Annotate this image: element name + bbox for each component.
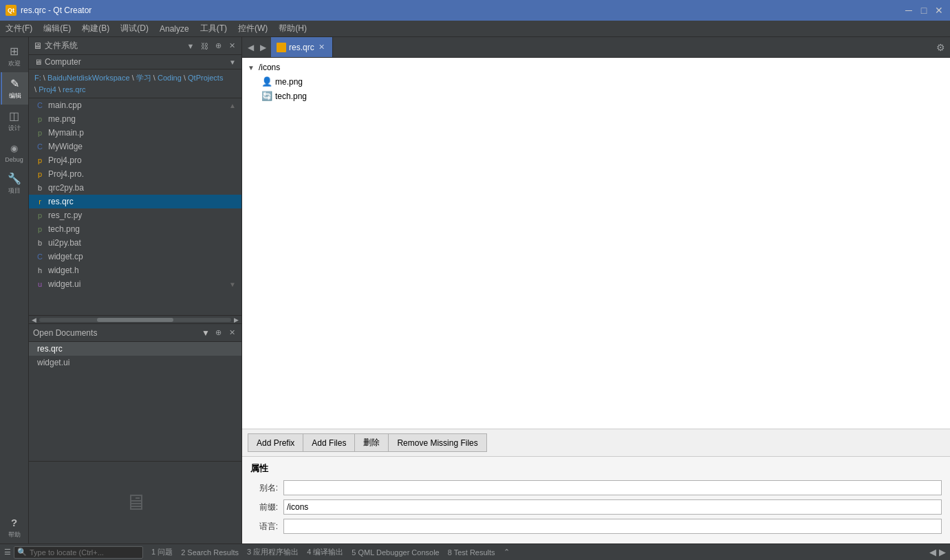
bc-qtprojects[interactable]: QtProjects <box>188 74 223 82</box>
scrollbar-thumb[interactable] <box>97 318 174 322</box>
sidebar-item-edit[interactable]: ✎ 编辑 <box>1 72 28 105</box>
tree-item-proj4pro[interactable]: p Proj4.pro <box>29 153 241 167</box>
sidebar-label-edit: 编辑 <box>9 91 21 100</box>
remove-missing-button[interactable]: Remove Missing Files <box>389 433 486 452</box>
sync-btn[interactable]: ⊕ <box>213 41 224 52</box>
tree-item-proj4pro2[interactable]: p Proj4.pro. <box>29 167 241 181</box>
cpp-icon: C <box>34 100 45 111</box>
open-docs-add[interactable]: ⊕ <box>213 327 224 338</box>
tree-item-res-rc-py[interactable]: p res_rc.py <box>29 208 241 222</box>
sidebar-label-project: 项目 <box>8 186 21 195</box>
prefix-label: 前缀: <box>250 502 278 513</box>
tab-next-btn[interactable]: ▶ <box>257 42 268 53</box>
bc-proj4[interactable]: Proj4 <box>39 85 56 94</box>
status-expand-btn[interactable]: ⌃ <box>504 548 510 557</box>
status-right-btn1[interactable]: ◀ <box>929 547 936 557</box>
tree-item-me-png[interactable]: p me.png <box>29 112 241 126</box>
content-area: ◀ ▶ r res.qrc ✕ ⚙ ▼ /icons 👤 <box>242 37 950 543</box>
scroll-left-btn[interactable]: ◀ <box>32 316 36 323</box>
sidebar-label-debug: Debug <box>5 156 23 163</box>
qrc-file-tech-png[interactable]: 🔄 tech.png <box>242 89 950 103</box>
minimize-button[interactable]: ─ <box>903 5 914 16</box>
maximize-button[interactable]: □ <box>918 5 929 16</box>
window-title: res.qrc - Qt Creator <box>21 6 903 15</box>
sidebar-item-debug[interactable]: ◉ Debug <box>1 137 28 167</box>
menu-edit[interactable]: 编辑(E) <box>38 21 76 36</box>
file-label: me.png <box>275 77 303 87</box>
tree-item-mymain[interactable]: p Mymain.p <box>29 126 241 140</box>
menu-build[interactable]: 构建(B) <box>76 21 115 36</box>
computer-dropdown[interactable]: ▼ <box>229 58 236 66</box>
computer-text: Computer <box>45 57 81 67</box>
bc-coding[interactable]: Coding <box>158 74 182 82</box>
menu-debug[interactable]: 调试(D) <box>115 21 154 36</box>
search-input[interactable] <box>30 548 140 557</box>
tree-item-widget-ui[interactable]: u widget.ui ▼ <box>29 277 241 291</box>
menu-help[interactable]: 帮助(H) <box>273 21 312 36</box>
status-search-results[interactable]: 2 Search Results <box>181 548 239 557</box>
bc-f[interactable]: F: <box>34 74 41 82</box>
computer-label[interactable]: 🖥 Computer ▼ <box>29 55 241 69</box>
status-right-btn2[interactable]: ▶ <box>939 547 946 557</box>
tree-item-res-qrc[interactable]: r res.qrc <box>29 195 241 208</box>
alias-input[interactable] <box>283 480 942 495</box>
add-files-button[interactable]: Add Files <box>303 433 355 452</box>
add-prefix-button[interactable]: Add Prefix <box>248 433 303 452</box>
language-input[interactable] <box>283 519 942 534</box>
status-test-results[interactable]: 8 Test Results <box>448 548 495 557</box>
scroll-right-btn[interactable]: ▶ <box>234 316 239 323</box>
menu-tools[interactable]: 工具(T) <box>195 21 233 36</box>
tab-res-qrc[interactable]: r res.qrc ✕ <box>271 37 333 57</box>
open-doc-widget-ui[interactable]: widget.ui <box>29 356 241 369</box>
bc-resqrc[interactable]: res.qrc <box>63 85 86 94</box>
delete-button[interactable]: 删除 <box>355 433 389 452</box>
bc-study[interactable]: 学习 <box>136 74 151 82</box>
language-row: 语言: <box>250 519 942 534</box>
tree-item-widget-cp[interactable]: C widget.cp <box>29 250 241 263</box>
bottom-area: 🖥 <box>29 461 241 543</box>
status-qml-debugger[interactable]: 5 QML Debugger Console <box>352 548 439 557</box>
scrollbar-track[interactable] <box>39 318 231 322</box>
computer-icon: 🖥 <box>33 41 42 51</box>
qrc-editor: ▼ /icons 👤 me.png 🔄 tech.png Add Prefix … <box>242 58 950 543</box>
doc-name: res.qrc <box>37 344 63 354</box>
status-issues[interactable]: 1 问题 <box>151 547 173 557</box>
sidebar-item-welcome[interactable]: ⊞ 欢迎 <box>1 40 28 72</box>
open-doc-res-qrc[interactable]: res.qrc <box>29 342 241 356</box>
status-compile-output[interactable]: 4 编译输出 <box>307 547 343 557</box>
link-btn[interactable]: ⛓ <box>199 41 210 52</box>
project-icon: 🔧 <box>8 171 21 185</box>
filename: widget.h <box>48 266 79 275</box>
tree-item-main-cpp[interactable]: C main.cpp ▲ <box>29 98 241 112</box>
sidebar-item-help[interactable]: ? 帮助 <box>1 511 28 543</box>
status-bar: ☰ 🔍 1 问题 2 Search Results 3 应用程序输出 4 编译输… <box>0 543 950 560</box>
menu-analyze[interactable]: Analyze <box>154 21 195 36</box>
tab-settings-btn[interactable]: ⚙ <box>933 41 947 54</box>
open-docs-close[interactable]: ✕ <box>226 327 237 338</box>
tree-item-widget-h[interactable]: h widget.h <box>29 263 241 277</box>
bc-baidudisk[interactable]: BaiduNetdiskWorkspace <box>47 74 130 82</box>
qrc-file-me-png[interactable]: 👤 me.png <box>242 74 950 89</box>
tree-item-tech-png[interactable]: p tech.png <box>29 222 241 236</box>
tab-close-btn[interactable]: ✕ <box>317 43 327 52</box>
tree-item-ui2py[interactable]: b ui2py.bat <box>29 236 241 250</box>
sidebar-item-project[interactable]: 🔧 项目 <box>1 167 28 200</box>
filename: main.cpp <box>48 100 82 110</box>
collapse-btn[interactable]: ✕ <box>226 41 237 52</box>
status-search[interactable]: 🔍 <box>14 546 143 559</box>
menu-file[interactable]: 文件(F) <box>0 21 38 36</box>
filter-btn[interactable]: ▼ <box>185 41 196 52</box>
sidebar-item-design[interactable]: ◫ 设计 <box>1 105 28 137</box>
prefix-input[interactable] <box>283 499 942 515</box>
filename: Proj4.pro. <box>48 169 84 179</box>
tab-prev-btn[interactable]: ◀ <box>245 42 256 53</box>
tree-item-qrc2py[interactable]: b qrc2py.ba <box>29 181 241 195</box>
status-app-output[interactable]: 3 应用程序输出 <box>247 547 299 557</box>
sidebar-label-help: 帮助 <box>8 530 21 539</box>
tree-item-mywidge[interactable]: C MyWidge <box>29 140 241 153</box>
menu-controls[interactable]: 控件(W) <box>233 21 273 36</box>
close-button[interactable]: ✕ <box>933 5 944 16</box>
me-png-icon: 👤 <box>261 76 272 87</box>
horizontal-scrollbar[interactable]: ◀ ▶ <box>29 315 241 323</box>
qrc-folder-icons[interactable]: ▼ /icons <box>242 61 950 74</box>
